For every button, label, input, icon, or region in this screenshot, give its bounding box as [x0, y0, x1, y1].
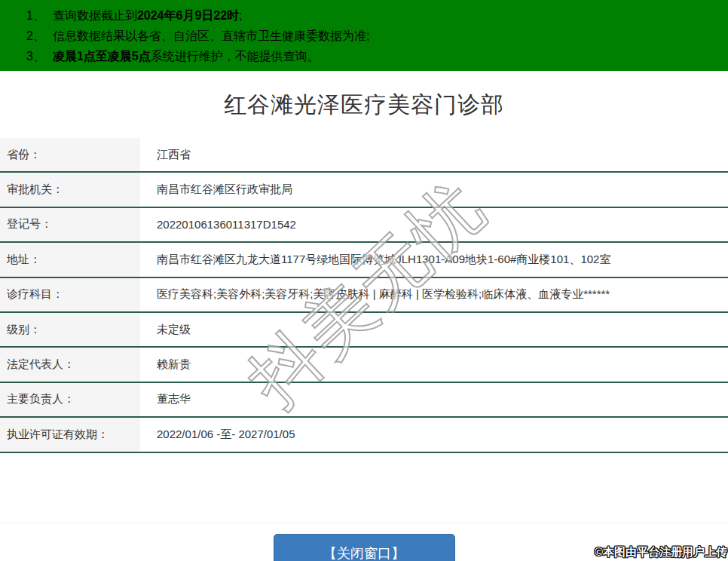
notice-bar: 1、查询数据截止到2024年6月9日22时; 2、信息数据结果以各省、自治区、直… [0, 0, 728, 71]
row-label: 省份： [0, 138, 140, 171]
row-value: 未定级 [140, 313, 728, 346]
table-row: 法定代表人： 赖新贵 [0, 348, 728, 382]
row-value: 江西省 [140, 138, 728, 171]
close-window-button[interactable]: 【关闭窗口】 [274, 534, 455, 561]
upload-attribution-watermark: ©本图由平台注册用户上传 [595, 545, 727, 559]
row-label: 主要负责人： [0, 383, 140, 416]
row-value: 董志华 [140, 383, 728, 416]
notice-text: 系统进行维护，不能提供查询。 [151, 50, 320, 63]
row-value: 赖新贵 [140, 348, 728, 381]
page-title: 红谷滩光泽医疗美容门诊部 [0, 90, 728, 119]
notice-line-2: 2、信息数据结果以各省、自治区、直辖市卫生健康委数据为准; [26, 26, 720, 46]
notice-maintenance-window: 凌晨1点至凌晨5点 [53, 50, 151, 63]
query-result-page: 1、查询数据截止到2024年6月9日22时; 2、信息数据结果以各省、自治区、直… [0, 0, 728, 561]
row-value: 南昌市红谷滩区行政审批局 [140, 173, 728, 206]
row-label: 诊疗科目： [0, 278, 140, 311]
row-label: 法定代表人： [0, 348, 140, 381]
notice-line-1: 1、查询数据截止到2024年6月9日22时; [26, 5, 720, 26]
row-value: 2022/01/06 -至- 2027/01/05 [140, 418, 728, 451]
notice-number: 2、 [26, 26, 45, 46]
table-row: 诊疗科目： 医疗美容科;美容外科;美容牙科;美容皮肤科 | 麻醉科 | 医学检验… [0, 278, 728, 313]
table-row: 省份： 江西省 [0, 138, 728, 173]
row-label: 登记号： [0, 208, 140, 241]
row-value: 20220106136011317D1542 [140, 208, 728, 241]
row-label: 执业许可证有效期： [0, 418, 140, 451]
row-label: 审批机关： [0, 173, 140, 206]
row-value: 南昌市红谷滩区九龙大道1177号绿地国际博览城JLH1301-A09地块1-60… [140, 243, 728, 276]
notice-number: 1、 [26, 5, 45, 26]
table-row: 执业许可证有效期： 2022/01/06 -至- 2027/01/05 [0, 418, 728, 452]
table-row: 级别： 未定级 [0, 313, 728, 348]
table-row: 地址： 南昌市红谷滩区九龙大道1177号绿地国际博览城JLH1301-A09地块… [0, 243, 728, 277]
notice-text: ; [239, 9, 242, 22]
table-row: 主要负责人： 董志华 [0, 383, 728, 418]
table-row: 登记号： 20220106136011317D1542 [0, 208, 728, 243]
notice-number: 3、 [26, 46, 45, 66]
row-label: 级别： [0, 313, 140, 346]
notice-line-3: 3、凌晨1点至凌晨5点系统进行维护，不能提供查询。 [26, 46, 720, 66]
notice-text: 查询数据截止到 [53, 9, 137, 22]
row-label: 地址： [0, 243, 140, 276]
notice-deadline: 2024年6月9日22时 [137, 9, 239, 22]
row-value: 医疗美容科;美容外科;美容牙科;美容皮肤科 | 麻醉科 | 医学检验科;临床体液… [140, 278, 728, 311]
notice-text: 信息数据结果以各省、自治区、直辖市卫生健康委数据为准; [53, 29, 369, 42]
table-row: 审批机关： 南昌市红谷滩区行政审批局 [0, 173, 728, 207]
info-table: 省份： 江西省 审批机关： 南昌市红谷滩区行政审批局 登记号： 20220106… [0, 138, 728, 453]
